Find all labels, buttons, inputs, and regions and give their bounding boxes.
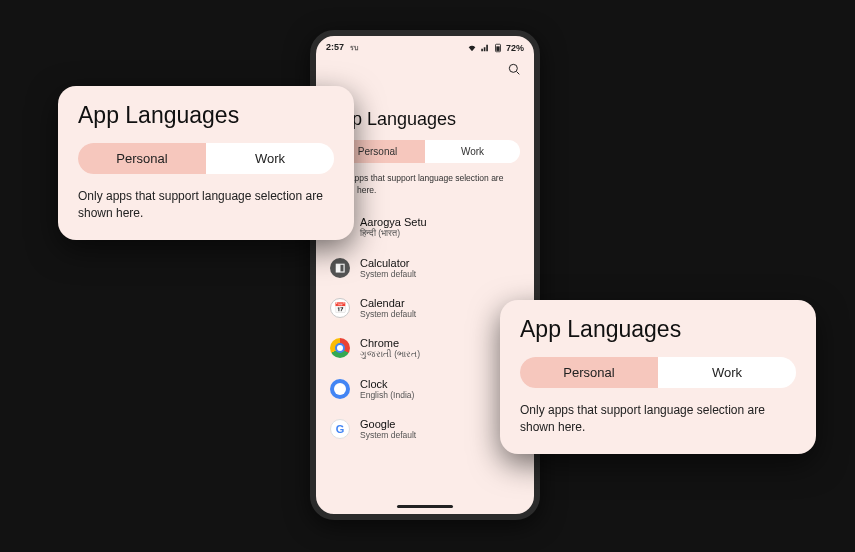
app-language: System default (360, 309, 416, 319)
app-item-google[interactable]: GGoogleSystem default (330, 409, 520, 449)
status-carrier: รบ (350, 44, 358, 51)
info-note: Only apps that support language selectio… (78, 188, 334, 222)
app-info: Chromeગુજરાતી (ભારત) (360, 337, 420, 360)
app-info: GoogleSystem default (360, 418, 416, 440)
callout-card-1: App Languages Personal Work Only apps th… (58, 86, 354, 240)
tab-work[interactable]: Work (206, 143, 334, 174)
app-name: Chrome (360, 337, 420, 349)
app-name: Google (360, 418, 416, 430)
status-time: 2:57 (326, 42, 344, 52)
home-indicator[interactable] (397, 505, 453, 508)
app-info: ClockEnglish (India) (360, 378, 414, 400)
tab-work[interactable]: Work (658, 357, 796, 388)
battery-icon (493, 43, 503, 53)
search-icon[interactable] (506, 61, 522, 81)
app-name: Calendar (360, 297, 416, 309)
card-title: App Languages (78, 102, 334, 129)
status-battery: 72% (506, 43, 524, 53)
app-item-clock[interactable]: ClockEnglish (India) (330, 369, 520, 409)
tab-personal[interactable]: Personal (78, 143, 206, 174)
app-language: System default (360, 269, 416, 279)
status-bar: 2:57 รบ 72% (316, 36, 534, 55)
calculator-icon: ◧ (330, 258, 350, 278)
app-name: Clock (360, 378, 414, 390)
clock-icon (330, 379, 350, 399)
chrome-icon (330, 338, 350, 358)
app-item-calendar[interactable]: 📅CalendarSystem default (330, 288, 520, 328)
app-language: English (India) (360, 390, 414, 400)
app-info: Aarogya Setuहिन्दी (भारत) (360, 216, 427, 239)
signal-icon (480, 43, 490, 53)
info-note: Only apps that support language selectio… (520, 402, 796, 436)
tab-personal[interactable]: Personal (520, 357, 658, 388)
profile-tabs: Personal Work (330, 140, 520, 163)
svg-rect-1 (496, 46, 499, 51)
app-item-chrome[interactable]: Chromeગુજરાતી (ભારત) (330, 328, 520, 369)
app-name: Aarogya Setu (360, 216, 427, 228)
app-info: CalculatorSystem default (360, 257, 416, 279)
callout-card-2: App Languages Personal Work Only apps th… (500, 300, 816, 454)
app-item-calculator[interactable]: ◧CalculatorSystem default (330, 248, 520, 288)
calendar-icon: 📅 (330, 298, 350, 318)
app-item-aarogya[interactable]: ❤Aarogya Setuहिन्दी (भारत) (330, 207, 520, 248)
app-language: हिन्दी (भारत) (360, 228, 427, 239)
wifi-icon (467, 43, 477, 53)
google-icon: G (330, 419, 350, 439)
app-name: Calculator (360, 257, 416, 269)
app-info: CalendarSystem default (360, 297, 416, 319)
svg-point-2 (509, 64, 517, 72)
profile-tabs: Personal Work (78, 143, 334, 174)
top-bar (316, 55, 534, 87)
profile-tabs: Personal Work (520, 357, 796, 388)
card-title: App Languages (520, 316, 796, 343)
app-language: System default (360, 430, 416, 440)
app-language: ગુજરાતી (ભારત) (360, 349, 420, 360)
tab-work[interactable]: Work (425, 140, 520, 163)
